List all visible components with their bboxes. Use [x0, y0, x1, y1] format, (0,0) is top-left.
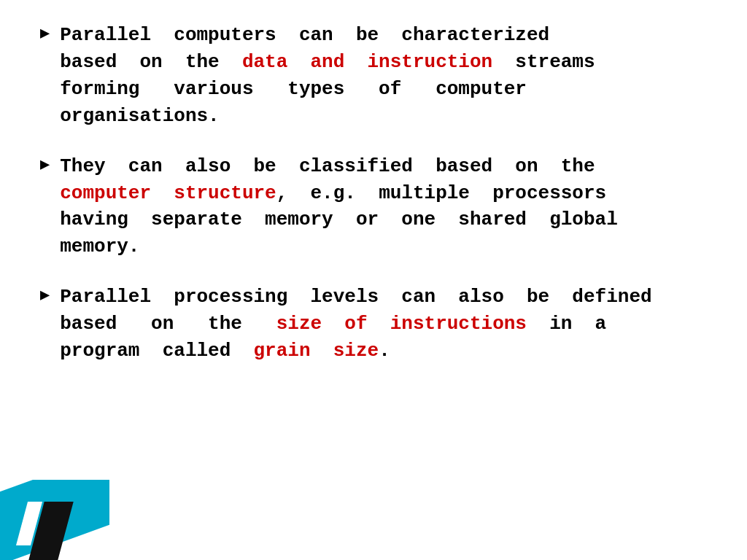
bullet-arrow-2: ▶: [40, 155, 50, 177]
highlight-grain-size: grain size: [254, 340, 379, 362]
bullet-arrow-3: ▶: [40, 285, 50, 308]
slide-container: ▶ Parallel computers can be characterize…: [0, 0, 747, 560]
bullet-text-2: They can also be classified based on the…: [60, 153, 707, 261]
bullet-text-3: Parallel processing levels can also be d…: [60, 284, 707, 365]
bullet-text-1: Parallel computers can be characterized …: [60, 22, 707, 130]
bullet-list: ▶ Parallel computers can be characterize…: [40, 22, 707, 365]
bullet-item-3: ▶ Parallel processing levels can also be…: [40, 284, 707, 365]
bullet-arrow-1: ▶: [40, 23, 50, 46]
bottom-decoration: [0, 480, 131, 560]
highlight-computer-structure: computer structure: [60, 182, 276, 204]
highlight-data-and-instruction: data and instruction: [242, 51, 492, 73]
bullet-item-2: ▶ They can also be classified based on t…: [40, 153, 707, 261]
highlight-size-of-instructions: size of instructions: [276, 313, 527, 335]
bullet-item-1: ▶ Parallel computers can be characterize…: [40, 22, 707, 130]
